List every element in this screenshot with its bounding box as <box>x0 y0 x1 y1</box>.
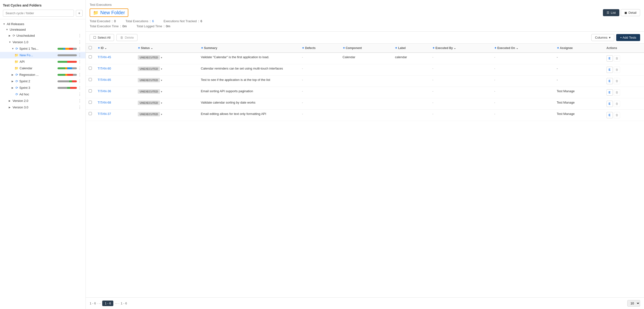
progress-bar <box>58 87 77 89</box>
row-select-checkbox[interactable] <box>89 89 92 92</box>
row-component <box>340 64 392 75</box>
select-all-button[interactable]: ☐ Select All <box>90 34 114 41</box>
detail-view-button[interactable]: ◼ Detail <box>621 9 640 16</box>
row-checkbox <box>86 98 95 110</box>
row-id[interactable]: TITAN-68 <box>95 98 135 110</box>
row-select-checkbox[interactable] <box>89 112 92 115</box>
cycle-icon: ⟳ <box>16 79 18 83</box>
tree-item-sprint3[interactable]: ▶ ⟳ Sprint 3 ⋮ <box>0 84 86 91</box>
col-sort-icon: ✦ <box>432 46 435 50</box>
execute-button[interactable]: E <box>606 67 613 73</box>
more-icon[interactable]: ⋮ <box>77 66 83 70</box>
tree-item-regression[interactable]: ▶ ⟳ Regression ... ⋮ <box>0 71 86 78</box>
more-icon[interactable]: ⋮ <box>77 79 83 83</box>
status-dropdown-arrow[interactable]: ▾ <box>161 102 162 104</box>
list-view-button[interactable]: ☰ List <box>603 9 619 16</box>
col-summary[interactable]: ✦Summary <box>198 44 299 53</box>
row-component <box>340 98 392 110</box>
tree-item-unscheduled[interactable]: ▶ ⟳ Unscheduled ⋮ <box>0 32 86 39</box>
add-tests-button[interactable]: + Add Tests <box>616 34 640 41</box>
row-id[interactable]: TITAN-80 <box>95 64 135 75</box>
col-label[interactable]: ✦Label <box>392 44 430 53</box>
status-dropdown-arrow[interactable]: ▾ <box>161 56 162 59</box>
tree-item-version3[interactable]: ▶ Version 3.0 ⋮ <box>0 104 86 111</box>
tree-item-version2[interactable]: ▶ Version 2.0 ⋮ <box>0 97 86 104</box>
tree-item-version1[interactable]: ▼ Version 1.0 ⋮ <box>0 39 86 45</box>
view-buttons: ☰ List ◼ Detail <box>603 9 640 16</box>
execute-button[interactable]: E <box>606 101 613 107</box>
col-executed-on[interactable]: ✦Executed On ⌄ <box>491 44 554 53</box>
row-select-checkbox[interactable] <box>89 55 92 58</box>
delete-row-button[interactable]: 🗑 <box>614 101 620 107</box>
row-id[interactable]: TITAN-36 <box>95 87 135 98</box>
delete-row-button[interactable]: 🗑 <box>614 55 620 61</box>
tree-item-unreleased[interactable]: ▼ Unreleased <box>0 27 86 32</box>
columns-button[interactable]: Columns ▾ <box>591 34 614 41</box>
table-row: TITAN-68 UNEXECUTED ▾ Validate calendar … <box>86 98 644 110</box>
status-dropdown-arrow[interactable]: ▾ <box>161 90 162 93</box>
row-id[interactable]: TITAN-85 <box>95 75 135 87</box>
more-icon[interactable]: ⋮ <box>77 59 83 64</box>
col-defects[interactable]: ✦Defects <box>299 44 340 53</box>
more-icon[interactable]: ⋮ <box>77 33 83 38</box>
row-executed-by: - <box>430 64 491 75</box>
more-icon[interactable]: ⋮ <box>77 40 83 44</box>
tree-item-api[interactable]: 📁 API ⋮ <box>0 58 86 65</box>
execute-button[interactable]: E <box>606 78 613 84</box>
execute-button[interactable]: E <box>606 112 613 118</box>
row-select-checkbox[interactable] <box>89 78 92 81</box>
more-icon[interactable]: ⋮ <box>77 46 83 51</box>
current-page[interactable]: 1 - 6 <box>102 301 113 306</box>
delete-row-button[interactable]: 🗑 <box>614 67 620 73</box>
row-id[interactable]: TITAN-45 <box>95 53 135 64</box>
row-select-checkbox[interactable] <box>89 67 92 70</box>
table-header-row: ✦ID ⌄ ✦Status ⌄ ✦Summary ✦Defects ✦Compo… <box>86 44 644 53</box>
execute-button[interactable]: E <box>606 55 613 61</box>
adhoc-label: Ad hoc <box>19 92 77 96</box>
tree-item-calendar[interactable]: 📁 Calendar ⋮ <box>0 65 86 71</box>
more-icon[interactable]: ⋮ <box>77 85 83 90</box>
row-status: UNEXECUTED ▾ <box>135 87 198 98</box>
more-icon[interactable]: ⋮ <box>77 98 83 103</box>
more-icon[interactable]: ⋮ <box>77 92 83 97</box>
status-badge: UNEXECUTED <box>138 55 160 60</box>
status-dropdown-arrow[interactable]: ▾ <box>161 79 162 82</box>
row-label: calendar <box>392 53 430 64</box>
col-executed-by[interactable]: ✦Executed By ⌄ <box>430 44 491 53</box>
execute-button[interactable]: E <box>606 89 613 96</box>
status-dropdown-arrow[interactable]: ▾ <box>161 68 162 70</box>
exec-time-label: Total Execution Time <box>90 24 119 28</box>
search-input[interactable] <box>3 10 74 17</box>
row-id[interactable]: TITAN-37 <box>95 110 135 121</box>
tree-item-all-releases[interactable]: ▼ All Releases <box>0 21 86 27</box>
table-row: TITAN-80 UNEXECUTED ▾ Calendar reminders… <box>86 64 644 75</box>
row-assignee: Test Manage <box>554 87 604 98</box>
select-all-checkbox[interactable] <box>89 46 92 49</box>
delete-row-button[interactable]: 🗑 <box>614 112 620 118</box>
trash-icon: 🗑 <box>120 36 123 39</box>
status-badge: UNEXECUTED <box>138 101 160 105</box>
status-dropdown-arrow[interactable]: ▾ <box>161 113 162 116</box>
delete-row-button[interactable]: 🗑 <box>614 78 620 84</box>
delete-button[interactable]: 🗑 Delete <box>116 34 138 41</box>
tree-item-new-folder[interactable]: 📁 New Fo... ⋮ <box>0 52 86 58</box>
more-icon[interactable]: ⋮ <box>77 53 83 57</box>
progress-orange <box>65 67 67 69</box>
tree-item-sprint2[interactable]: ▶ ⟳ Sprint 2 ⋮ <box>0 78 86 84</box>
caret-icon: ▶ <box>12 86 15 89</box>
unscheduled-label: Unscheduled <box>16 34 77 37</box>
row-checkbox <box>86 75 95 87</box>
col-component[interactable]: ✦Component <box>340 44 392 53</box>
more-icon[interactable]: ⋮ <box>77 105 83 110</box>
tree-item-sprint1[interactable]: ▼ ⟳ Sprint 1 Tes... ⋮ <box>0 45 86 52</box>
tree-item-adhoc[interactable]: ▶ ⟳ Ad hoc ⋮ <box>0 91 86 97</box>
sort-icon: ⌄ <box>516 46 518 50</box>
col-status[interactable]: ✦Status ⌄ <box>135 44 198 53</box>
more-icon[interactable]: ⋮ <box>77 72 83 77</box>
add-cycle-button[interactable]: + <box>76 10 83 17</box>
row-select-checkbox[interactable] <box>89 101 92 104</box>
page-size-select[interactable]: 10 25 50 <box>627 300 640 307</box>
col-assignee[interactable]: ✦Assignee <box>554 44 604 53</box>
col-id[interactable]: ✦ID ⌄ <box>95 44 135 53</box>
delete-row-button[interactable]: 🗑 <box>614 89 620 96</box>
